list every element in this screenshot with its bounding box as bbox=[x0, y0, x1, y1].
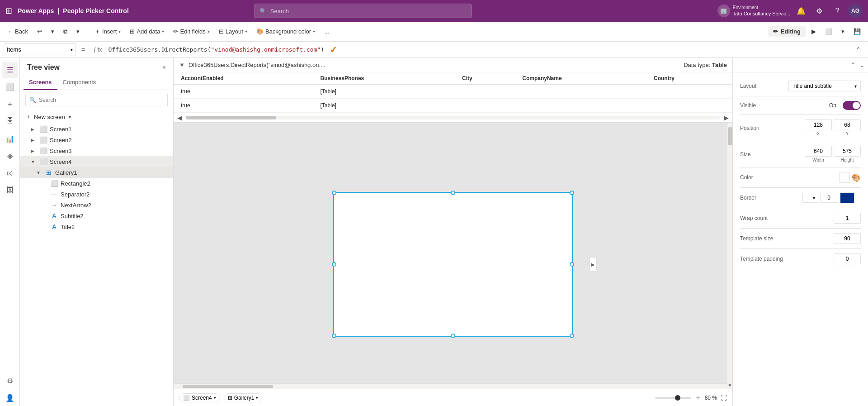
color-picker-icon[interactable]: 🎨 bbox=[852, 173, 861, 182]
border-style-dropdown[interactable]: — ▾ bbox=[802, 193, 818, 203]
pos-x-input[interactable] bbox=[805, 119, 832, 130]
zoom-thumb[interactable] bbox=[675, 395, 680, 401]
preview-button[interactable]: ▶ bbox=[808, 24, 820, 39]
scroll-left-arrow[interactable]: ◀ bbox=[177, 114, 182, 121]
zoom-out-button[interactable]: − bbox=[647, 394, 651, 401]
fullscreen-button[interactable]: ⛶ bbox=[721, 394, 727, 401]
add-data-button[interactable]: ⊞ Add data ▾ bbox=[126, 24, 168, 39]
layout-button[interactable]: ⊟ Layout ▾ bbox=[215, 24, 251, 39]
handle-bottom-right[interactable] bbox=[570, 334, 574, 338]
nav-icon-insert[interactable]: ＋ bbox=[2, 96, 18, 112]
notifications-icon[interactable]: 🔔 bbox=[794, 4, 808, 18]
nav-icon-analytics[interactable]: 📊 bbox=[2, 130, 18, 147]
insert-button[interactable]: ＋ Insert ▾ bbox=[91, 24, 125, 39]
tab-components[interactable]: Components bbox=[57, 75, 102, 90]
undo-dropdown[interactable]: ▾ bbox=[47, 24, 58, 39]
nav-icon-vars[interactable]: (x) bbox=[2, 165, 18, 181]
layout-dropdown[interactable]: Title and subtitle ▾ bbox=[788, 81, 861, 91]
nav-icon-settings[interactable]: ⚙ bbox=[2, 373, 18, 389]
scroll-right-arrow[interactable]: ▶ bbox=[724, 114, 729, 121]
handle-bottom-mid[interactable] bbox=[451, 334, 455, 338]
scroll-down-arrow[interactable]: ▼ bbox=[727, 382, 732, 389]
title-separator: | bbox=[57, 7, 59, 14]
border-color-swatch[interactable] bbox=[840, 192, 854, 203]
template-padding-input[interactable] bbox=[834, 253, 861, 264]
size-w-input[interactable] bbox=[805, 146, 832, 157]
tree-item-screen2[interactable]: ▶ ⬜ Screen2 bbox=[20, 134, 173, 145]
template-size-row: Template size bbox=[740, 230, 861, 247]
tab-screens[interactable]: Screens bbox=[24, 75, 57, 90]
collapse-arrow[interactable]: ▼ bbox=[179, 62, 185, 68]
item-label: NextArrow2 bbox=[61, 202, 168, 209]
tree-search-field[interactable]: 🔍 bbox=[25, 94, 168, 106]
nav-icon-media[interactable]: 🖼 bbox=[2, 182, 18, 198]
screen-badge[interactable]: ⬜ Screen4 ▾ bbox=[179, 393, 220, 402]
zoom-in-button[interactable]: ＋ bbox=[695, 394, 701, 402]
edit-fields-button[interactable]: ✏ Edit fields ▾ bbox=[170, 24, 213, 39]
background-color-button[interactable]: 🎨 Background color ▾ bbox=[253, 24, 319, 39]
size-h-input[interactable] bbox=[834, 146, 861, 157]
handle-bottom-left[interactable] bbox=[332, 334, 336, 338]
gallery-badge[interactable]: ⊞ Gallery1 ▾ bbox=[224, 393, 263, 402]
copy-button[interactable]: ⧉ bbox=[60, 24, 71, 39]
nav-icon-data[interactable]: 🗄 bbox=[2, 113, 18, 129]
wrap-count-row: Wrap count bbox=[740, 210, 861, 226]
zoom-slider[interactable] bbox=[655, 397, 691, 399]
handle-top-mid[interactable] bbox=[451, 191, 455, 195]
back-button[interactable]: ← Back bbox=[4, 24, 32, 39]
gallery-canvas-frame[interactable] bbox=[333, 192, 573, 337]
publish-button[interactable]: ⬜ bbox=[821, 24, 836, 39]
tree-item-separator2[interactable]: ▶ — Separator2 bbox=[20, 189, 173, 200]
color-swatch[interactable] bbox=[839, 172, 850, 183]
scrollbar-thumb bbox=[186, 116, 276, 119]
tree-item-rectangle2[interactable]: ▶ ⬜ Rectangle2 bbox=[20, 178, 173, 189]
handle-right-mid[interactable] bbox=[570, 262, 574, 267]
expand-icon: ▶ bbox=[31, 138, 37, 143]
cell-country bbox=[646, 99, 732, 113]
settings-icon[interactable]: ⚙ bbox=[812, 4, 826, 18]
fx-button[interactable]: ƒ fx bbox=[90, 46, 104, 53]
top-search-input[interactable] bbox=[270, 8, 467, 14]
grid-menu-icon[interactable]: ⊞ bbox=[5, 6, 12, 16]
copy-dropdown[interactable]: ▾ bbox=[73, 24, 83, 39]
canvas-scrollbar-y[interactable]: ▼ bbox=[727, 123, 732, 389]
right-panel-scroll-up[interactable]: ⌃ bbox=[849, 60, 858, 70]
tree-item-screen3[interactable]: ▶ ⬜ Screen3 bbox=[20, 145, 173, 156]
horizontal-scrollbar[interactable] bbox=[186, 116, 720, 119]
save-button[interactable]: 💾 bbox=[850, 24, 864, 39]
tree-item-subtitle2[interactable]: ▶ A Subtitle2 bbox=[20, 210, 173, 221]
handle-left-mid[interactable] bbox=[332, 262, 336, 267]
property-dropdown[interactable]: Items ▾ bbox=[4, 43, 76, 56]
wrap-count-input[interactable] bbox=[834, 213, 861, 224]
right-panel-scroll-down[interactable]: ⌄ bbox=[858, 60, 866, 70]
nav-icon-users[interactable]: 👤 bbox=[2, 390, 18, 406]
right-panel-expand[interactable]: ▶ bbox=[590, 257, 597, 272]
top-search-bar[interactable]: 🔍 bbox=[255, 4, 472, 18]
tree-item-screen1[interactable]: ▶ ⬜ Screen1 bbox=[20, 124, 173, 134]
tree-item-gallery1[interactable]: ▼ ⊞ Gallery1 ··· bbox=[20, 167, 173, 178]
nav-icon-screens[interactable]: ⬜ bbox=[2, 79, 18, 95]
publish-dropdown[interactable]: ▾ bbox=[838, 24, 848, 39]
nav-icon-custom[interactable]: ◈ bbox=[2, 148, 18, 164]
help-icon[interactable]: ? bbox=[830, 4, 844, 18]
formula-content[interactable]: Office365Users.DirectReports("vinod@ashi… bbox=[108, 46, 324, 53]
pos-y-input[interactable] bbox=[834, 119, 861, 130]
size-w-group: Width bbox=[805, 146, 832, 162]
user-avatar[interactable]: AG bbox=[848, 4, 863, 18]
template-size-input[interactable] bbox=[834, 233, 861, 244]
visible-toggle[interactable] bbox=[843, 101, 861, 110]
tree-item-screen4[interactable]: ▼ ⬜ Screen4 bbox=[20, 156, 173, 167]
tree-item-nextarrow2[interactable]: ▶ → NextArrow2 bbox=[20, 200, 173, 210]
more-button[interactable]: ... bbox=[321, 24, 333, 39]
handle-top-left[interactable] bbox=[332, 191, 336, 195]
tree-close-button[interactable]: × bbox=[162, 64, 166, 71]
formula-expand[interactable]: ⌃ bbox=[852, 43, 864, 57]
nav-icon-tree[interactable]: ☰ bbox=[2, 62, 18, 78]
undo-button[interactable]: ↩ bbox=[33, 24, 46, 39]
new-screen-button[interactable]: ＋ New screen ▾ bbox=[20, 110, 173, 124]
tree-item-title2[interactable]: ▶ A Title2 bbox=[20, 221, 173, 232]
canvas-scrollbar-x[interactable] bbox=[174, 383, 727, 389]
tree-search-input-field[interactable] bbox=[39, 97, 164, 103]
handle-top-right[interactable] bbox=[570, 191, 574, 195]
border-width-input[interactable] bbox=[820, 193, 838, 203]
